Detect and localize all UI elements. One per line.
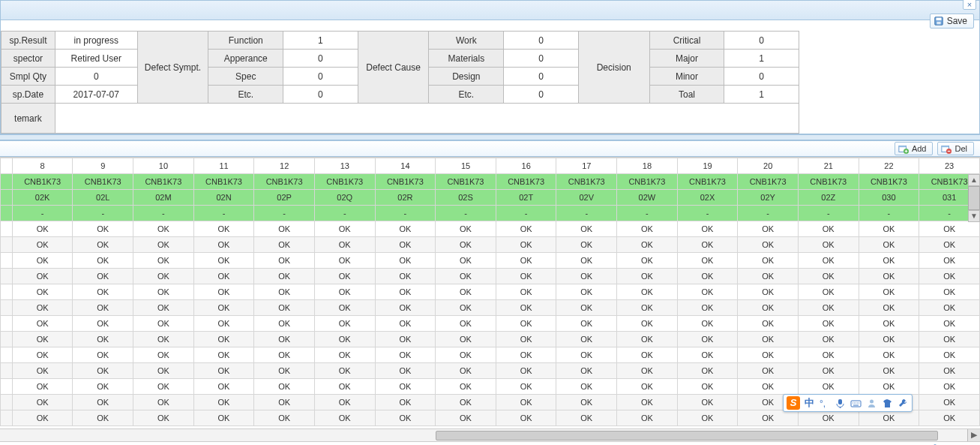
- grid-gutter[interactable]: [1, 410, 13, 426]
- grid-cell[interactable]: 02R: [375, 190, 436, 206]
- grid-cell[interactable]: OK: [375, 395, 436, 410]
- grid-gutter[interactable]: [1, 395, 13, 410]
- grid-cell[interactable]: -: [617, 206, 678, 221]
- grid-cell[interactable]: OK: [133, 221, 194, 237]
- grid-cell[interactable]: -: [193, 206, 254, 221]
- grid-cell[interactable]: OK: [73, 379, 133, 395]
- grid-cell[interactable]: OK: [859, 316, 919, 332]
- grid-cell[interactable]: OK: [314, 332, 375, 347]
- grid-cell[interactable]: OK: [556, 347, 617, 363]
- grid-cell[interactable]: 02Z: [798, 190, 859, 206]
- grid-col-header[interactable]: 13: [314, 158, 375, 174]
- grid-cell[interactable]: OK: [738, 284, 799, 300]
- ime-keyboard-icon[interactable]: [850, 398, 862, 409]
- grid-cell[interactable]: 02V: [556, 190, 617, 206]
- grid-gutter[interactable]: [1, 269, 13, 284]
- grid-cell[interactable]: OK: [919, 363, 980, 379]
- grid-cell[interactable]: OK: [375, 332, 436, 347]
- grid-cell[interactable]: 02T: [496, 190, 556, 206]
- grid-cell[interactable]: OK: [375, 253, 436, 269]
- grid-col-header[interactable]: 15: [436, 158, 496, 174]
- grid-cell[interactable]: OK: [193, 379, 254, 395]
- grid-cell[interactable]: OK: [617, 347, 678, 363]
- grid-cell[interactable]: OK: [617, 395, 678, 410]
- grid-cell[interactable]: 02L: [73, 190, 133, 206]
- grid-cell[interactable]: OK: [193, 253, 254, 269]
- table-row[interactable]: OKOKOKOKOKOKOKOKOKOKOKOKOKOKOKOK: [1, 332, 980, 347]
- grid-cell[interactable]: OK: [133, 316, 194, 332]
- grid-cell[interactable]: OK: [73, 237, 133, 253]
- grid-cell[interactable]: OK: [798, 316, 859, 332]
- grid-cell[interactable]: OK: [556, 269, 617, 284]
- grid-cell[interactable]: OK: [133, 269, 194, 284]
- grid-cell[interactable]: OK: [859, 269, 919, 284]
- grid-col-header[interactable]: 12: [254, 158, 315, 174]
- grid-cell[interactable]: OK: [193, 363, 254, 379]
- grid-cell[interactable]: OK: [496, 395, 556, 410]
- grid-cell[interactable]: OK: [314, 284, 375, 300]
- grid-cell[interactable]: OK: [12, 269, 73, 284]
- grid-cell[interactable]: CNB1K73: [314, 174, 375, 190]
- grid-gutter[interactable]: [1, 300, 13, 316]
- grid-cell[interactable]: OK: [738, 221, 799, 237]
- grid-cell[interactable]: OK: [12, 300, 73, 316]
- grid-cell[interactable]: OK: [436, 363, 496, 379]
- grid-cell[interactable]: OK: [738, 363, 799, 379]
- grid-cell[interactable]: OK: [798, 332, 859, 347]
- grid-cell[interactable]: OK: [12, 284, 73, 300]
- grid-cell[interactable]: OK: [496, 237, 556, 253]
- grid-cell[interactable]: OK: [73, 410, 133, 426]
- hscroll-thumb[interactable]: [436, 431, 939, 440]
- save-button[interactable]: Save: [930, 14, 974, 29]
- grid-gutter[interactable]: [1, 190, 13, 206]
- grid-cell[interactable]: OK: [436, 379, 496, 395]
- grid-cell[interactable]: -: [73, 206, 133, 221]
- grid-cell[interactable]: OK: [73, 347, 133, 363]
- grid-cell[interactable]: OK: [677, 284, 738, 300]
- grid-cell[interactable]: OK: [436, 332, 496, 347]
- grid-cell[interactable]: OK: [314, 269, 375, 284]
- grid-cell[interactable]: OK: [436, 253, 496, 269]
- grid-cell[interactable]: OK: [798, 363, 859, 379]
- grid-cell[interactable]: OK: [617, 316, 678, 332]
- grid-cell[interactable]: OK: [133, 253, 194, 269]
- grid-col-header[interactable]: 16: [496, 158, 556, 174]
- grid-cell[interactable]: OK: [859, 221, 919, 237]
- grid-cell[interactable]: OK: [798, 269, 859, 284]
- grid-cell[interactable]: -: [677, 206, 738, 221]
- grid-col-header[interactable]: 18: [617, 158, 678, 174]
- grid-vertical-scrollbar[interactable]: ▲ ▼: [968, 174, 980, 224]
- grid-cell[interactable]: OK: [798, 410, 859, 426]
- grid-cell[interactable]: 02Q: [314, 190, 375, 206]
- grid-cell[interactable]: CNB1K73: [556, 174, 617, 190]
- grid-cell[interactable]: -: [436, 206, 496, 221]
- grid-cell[interactable]: OK: [12, 347, 73, 363]
- grid-cell[interactable]: OK: [193, 221, 254, 237]
- grid-cell[interactable]: OK: [617, 410, 678, 426]
- ime-user-icon[interactable]: [866, 398, 877, 409]
- table-row[interactable]: OKOKOKOKOKOKOKOKOKOKOKOKOKOKOKOK: [1, 253, 980, 269]
- grid-col-header[interactable]: 22: [859, 158, 919, 174]
- panel-close-button[interactable]: ×: [963, 0, 976, 10]
- grid-cell[interactable]: OK: [617, 221, 678, 237]
- grid-cell[interactable]: OK: [496, 253, 556, 269]
- grid-cell[interactable]: OK: [738, 347, 799, 363]
- grid-cell[interactable]: CNB1K73: [254, 174, 315, 190]
- grid-cell[interactable]: OK: [73, 221, 133, 237]
- grid-cell[interactable]: OK: [617, 363, 678, 379]
- grid-cell[interactable]: OK: [496, 410, 556, 426]
- grid-cell[interactable]: OK: [254, 410, 315, 426]
- grid-cell[interactable]: -: [496, 206, 556, 221]
- grid-cell[interactable]: OK: [436, 269, 496, 284]
- grid-cell[interactable]: OK: [133, 300, 194, 316]
- add-button[interactable]: Add: [895, 142, 934, 155]
- grid-cell[interactable]: OK: [254, 269, 315, 284]
- grid-cell[interactable]: OK: [193, 269, 254, 284]
- grid-cell[interactable]: OK: [436, 347, 496, 363]
- grid-cell[interactable]: OK: [193, 410, 254, 426]
- grid-col-header[interactable]: 14: [375, 158, 436, 174]
- grid-cell[interactable]: OK: [617, 269, 678, 284]
- grid-cell[interactable]: OK: [617, 284, 678, 300]
- ime-lang[interactable]: 中: [805, 396, 814, 410]
- grid-cell[interactable]: OK: [133, 332, 194, 347]
